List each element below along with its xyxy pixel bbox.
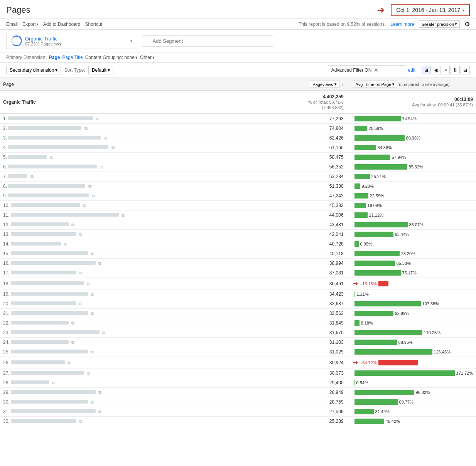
external-link-icon[interactable]: ⧉ xyxy=(79,232,82,237)
secondary-dimension-button[interactable]: Secondary dimension ▾ xyxy=(6,66,61,74)
pageviews-dropdown[interactable]: Pageviews ▾ xyxy=(310,81,339,88)
sort-arrow-icon[interactable]: ↓ xyxy=(341,81,344,87)
page-url-bar xyxy=(11,409,96,413)
external-link-icon[interactable]: ⧉ xyxy=(91,400,94,404)
external-link-icon[interactable]: ⧉ xyxy=(102,330,105,335)
page-url-bar xyxy=(8,136,101,140)
external-link-icon[interactable]: ⧉ xyxy=(96,116,99,121)
external-link-icon[interactable]: ⧉ xyxy=(87,371,90,375)
pageviews-cell: 31,670 xyxy=(285,328,347,338)
external-link-icon[interactable]: ⧉ xyxy=(79,301,82,306)
external-link-icon[interactable]: ⧉ xyxy=(91,292,94,296)
page-url-bar xyxy=(11,400,88,404)
view-pivot-icon[interactable]: ⊟ xyxy=(461,66,470,74)
header-right: ➜ Oct 1, 2016 - Jan 13, 2017 ▾ xyxy=(377,4,470,16)
page-url-bar xyxy=(11,203,80,207)
pageviews-cell: 61,165 xyxy=(285,143,347,153)
segment-caret-icon[interactable]: ▾ xyxy=(130,39,132,43)
external-link-icon[interactable]: ⧉ xyxy=(91,311,94,316)
bar-pct-label: 6.95% xyxy=(360,242,372,246)
view-compare-icon[interactable]: ⇅ xyxy=(451,66,460,74)
email-button[interactable]: Email xyxy=(6,22,18,27)
settings-icon[interactable]: ⚙ xyxy=(464,20,470,28)
learn-more-link[interactable]: Learn more xyxy=(390,22,414,27)
external-link-icon[interactable]: ⧉ xyxy=(84,126,88,131)
external-link-icon[interactable]: ⧉ xyxy=(104,136,107,140)
external-link-icon[interactable]: ⧉ xyxy=(87,281,90,286)
date-range-button[interactable]: Oct 1, 2016 - Jan 13, 2017 ▾ xyxy=(391,4,470,16)
bar-pct-label: 96.82% xyxy=(416,390,430,395)
external-link-icon[interactable]: ⧉ xyxy=(64,242,67,246)
data-table: Page Pageviews ▾ ↓ Avg. Time on Page xyxy=(0,78,476,426)
table-row: 9. ⧉ 47,242 22.59% xyxy=(0,191,476,201)
avg-time-dropdown[interactable]: Avg. Time on Page ▾ xyxy=(353,81,398,88)
shortcut-button[interactable]: Shortcut xyxy=(85,22,102,27)
segment-chip[interactable]: Organic Traffic 67.25% Pageviews ▾ xyxy=(6,33,137,49)
avg-time-cell: 57.94% xyxy=(347,153,476,162)
external-link-icon[interactable]: ⧉ xyxy=(50,155,53,160)
avg-time-cell: 65.38% xyxy=(347,259,476,268)
view-pie-icon[interactable]: ◉ xyxy=(432,66,441,74)
external-link-icon[interactable]: ⧉ xyxy=(91,350,94,354)
avg-time-column-header: Avg. Time on Page ▾ (compared to site av… xyxy=(347,78,476,91)
bar-pct-label: 31.49% xyxy=(375,409,390,414)
bar-cell: 74.94% xyxy=(353,116,473,121)
avg-time-cell: ➜ -64.72% xyxy=(347,357,476,368)
sort-type-button[interactable]: Default ▾ xyxy=(88,66,113,74)
row-number: 6. xyxy=(3,164,7,170)
page-cell: 31. ⧉ xyxy=(0,407,285,417)
external-link-icon[interactable]: ⧉ xyxy=(98,409,101,414)
add-to-dashboard-button[interactable]: Add to Dashboard xyxy=(43,22,81,27)
primary-dimension-label: Primary Dimension: xyxy=(6,55,47,60)
external-link-icon[interactable]: ⧉ xyxy=(71,222,74,227)
external-link-icon[interactable]: ⧉ xyxy=(79,271,82,275)
bar-cell: 85.32% xyxy=(353,164,473,170)
bar-visual xyxy=(354,349,432,355)
page-cell: 4. ⧉ xyxy=(0,143,285,153)
external-link-icon[interactable]: ⧉ xyxy=(71,340,74,345)
external-link-icon[interactable]: ⧉ xyxy=(79,419,82,424)
precision-button[interactable]: Greater precision ▾ xyxy=(419,20,460,28)
filter-clear-button[interactable]: ✕ xyxy=(374,67,378,73)
page-url-bar xyxy=(11,360,65,364)
view-table-icon[interactable]: ⊞ xyxy=(422,66,431,74)
other-dropdown[interactable]: Other ▾ xyxy=(140,55,155,60)
external-link-icon[interactable]: ⧉ xyxy=(98,261,101,266)
content-grouping-dropdown[interactable]: Content Grouping: none ▾ xyxy=(85,55,138,60)
bar-pct-label: 126.46% xyxy=(434,350,451,354)
external-link-icon[interactable]: ⧉ xyxy=(111,145,115,150)
avg-time-cell: 8.18% xyxy=(347,318,476,328)
dim-page-link[interactable]: Page xyxy=(49,55,60,60)
row-number: 11. xyxy=(3,212,10,218)
bar-visual xyxy=(354,251,400,256)
external-link-icon[interactable]: ⧉ xyxy=(122,213,125,217)
view-list-icon[interactable]: ≡ xyxy=(442,66,450,74)
external-link-icon[interactable]: ⧉ xyxy=(52,380,55,385)
external-link-icon[interactable]: ⧉ xyxy=(100,165,103,169)
external-link-icon[interactable]: ⧉ xyxy=(92,193,95,198)
page-url-bar xyxy=(8,184,85,188)
bar-pct-label: 20.59% xyxy=(369,126,383,131)
table-row: 29. ⧉ 28,949 96.82% xyxy=(0,388,476,397)
page-url-bar xyxy=(11,292,88,296)
external-link-icon[interactable]: ⧉ xyxy=(88,184,91,188)
external-link-icon[interactable]: ⧉ xyxy=(71,321,74,325)
avg-time-cell: 6.95% xyxy=(347,239,476,249)
pageviews-cell: 40,728 xyxy=(285,239,347,249)
export-button[interactable]: Export ▾ xyxy=(22,22,39,27)
add-segment-button[interactable]: + Add Segment xyxy=(142,35,273,47)
external-link-icon[interactable]: ⧉ xyxy=(68,360,71,365)
bar-cell: 0.54% xyxy=(353,380,473,385)
page-cell: 21. ⧉ xyxy=(0,309,285,318)
pageviews-cell: 25,239 xyxy=(285,417,347,426)
bar-cell: 1.21% xyxy=(353,291,473,297)
filter-edit-link[interactable]: edit xyxy=(408,67,415,73)
external-link-icon[interactable]: ⧉ xyxy=(91,251,94,256)
dim-page-title-link[interactable]: Page Title xyxy=(62,55,83,60)
segment-sub: 67.25% Pageviews xyxy=(25,42,61,46)
bar-cell: 48.42% xyxy=(353,419,473,424)
external-link-icon[interactable]: ⧉ xyxy=(30,174,34,179)
external-link-icon[interactable]: ⧉ xyxy=(83,203,86,208)
bar-visual xyxy=(354,270,401,276)
external-link-icon[interactable]: ⧉ xyxy=(98,390,101,395)
